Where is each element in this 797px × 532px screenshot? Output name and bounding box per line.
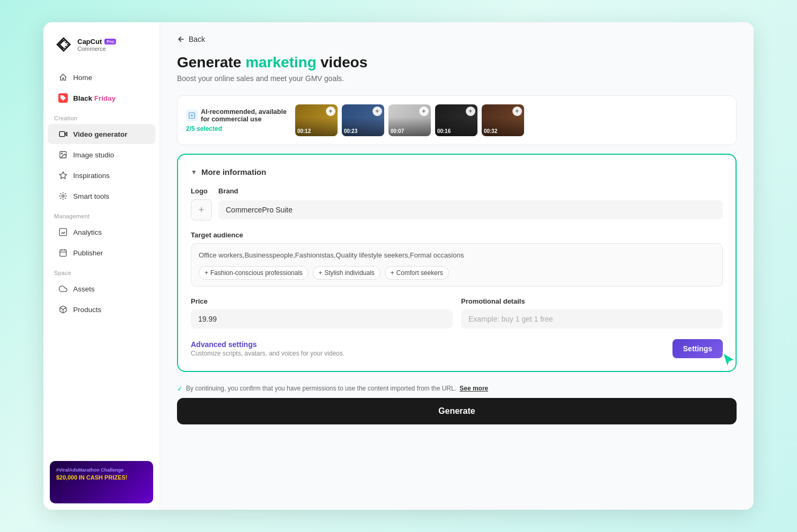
image-studio-icon [58,150,68,159]
sidebar-item-black-friday[interactable]: Black Friday [48,88,155,108]
audience-tag-2[interactable]: + Stylish individuals [313,266,380,280]
sidebar-item-assets[interactable]: Assets [48,279,155,299]
capcut-logo-icon [54,35,73,54]
target-audience-label: Target audience [191,231,723,239]
add-video-1-btn[interactable]: + [326,107,335,116]
promo-col: Promotional details [461,297,723,329]
consent-check-icon: ✓ [177,385,183,393]
settings-button[interactable]: Settings [672,339,723,358]
promo-banner[interactable]: #ViralAdsMarathon Challenge $20,000 IN C… [50,461,153,503]
app-name: CapCut [77,38,102,46]
svg-point-5 [61,153,63,154]
logo-field-label: Logo [191,187,218,195]
sidebar-item-video-generator-label: Video generator [73,130,128,138]
inspirations-icon [58,171,68,180]
audience-tags: + Fashion-conscious professionals + Styl… [199,266,715,280]
brand-input[interactable] [218,200,723,219]
video-thumb-5[interactable]: + 00:32 [482,104,524,136]
banner-prize: $20,000 IN CASH PRIZES! [56,474,147,481]
smart-tools-icon [58,191,68,201]
price-promo-row: Price Promotional details [191,297,723,329]
sidebar-item-products[interactable]: Products [48,299,155,320]
logo-brand-field: Logo Brand + [191,187,723,220]
back-button[interactable]: Back [177,35,737,43]
ai-icon [186,110,198,121]
back-arrow-icon [177,35,185,43]
black-friday-icon [58,93,68,103]
consent-text: By continuing, you confirm that you have… [186,385,456,392]
sidebar-item-home-label: Home [73,74,92,82]
sidebar-item-smart-tools-label: Smart tools [73,192,109,200]
audience-tag-3-label: Comfort seekers [396,269,443,277]
video-duration-5: 00:32 [484,128,498,134]
more-info-label: More information [201,167,267,176]
sidebar-item-image-studio-label: Image studio [73,151,114,159]
logo-brand-row: Logo Brand + [191,187,723,220]
svg-rect-8 [59,228,66,235]
home-icon [58,73,68,82]
promo-label: Promotional details [461,297,723,305]
more-info-toggle[interactable]: ▼ More information [191,167,723,176]
video-thumb-1[interactable]: + 00:12 [295,104,338,136]
pro-badge: Pro [104,39,116,45]
sidebar-item-image-studio[interactable]: Image studio [48,145,155,165]
svg-marker-6 [59,172,66,179]
logo-upload-button[interactable]: + [191,199,212,220]
sidebar-item-analytics-label: Analytics [73,228,102,236]
audience-tag-1-label: Fashion-conscious professionals [210,269,303,277]
svg-rect-2 [59,131,65,136]
price-label: Price [191,297,453,305]
add-video-2-btn[interactable]: + [373,107,382,116]
audience-tag-2-label: Stylish individuals [324,269,375,277]
advanced-settings-row: Advanced settings Customize scripts, ava… [191,339,723,358]
sidebar-item-publisher[interactable]: Publisher [48,243,155,263]
logo-area: CapCut Pro Commerce [43,35,160,67]
sidebar-item-video-generator[interactable]: Video generator [48,124,155,144]
svg-point-7 [62,195,64,197]
advanced-settings-title[interactable]: Advanced settings [191,340,344,349]
video-thumb-2[interactable]: + 00:23 [342,104,384,136]
see-more-link[interactable]: See more [459,385,488,392]
sidebar-item-assets-label: Assets [73,285,95,293]
audience-text: Office workers,Businesspeople,Fashionist… [199,250,715,261]
video-generator-icon [58,129,68,139]
promo-input[interactable] [461,309,723,329]
video-duration-2: 00:23 [344,128,358,134]
sidebar-nav: Home Black Friday Creation Video generat… [43,67,160,455]
generate-button[interactable]: Generate [177,398,737,424]
sidebar-item-inspirations-label: Inspirations [73,172,110,180]
advanced-settings-left: Advanced settings Customize scripts, ava… [191,340,344,357]
svg-rect-9 [60,250,66,256]
video-selector: AI-recommended, available for commercial… [177,95,737,145]
consent-row: ✓ By continuing, you confirm that you ha… [177,385,737,393]
banner-hashtag: #ViralAdsMarathon Challenge [56,467,147,473]
sidebar: CapCut Pro Commerce Home Black Frid [43,22,160,510]
assets-icon [58,284,68,294]
video-selector-label: AI-recommended, available for commercial… [186,108,287,132]
section-management: Management [43,207,160,221]
sidebar-item-analytics[interactable]: Analytics [48,222,155,242]
audience-box: Office workers,Businesspeople,Fashionist… [191,243,723,287]
sidebar-item-smart-tools[interactable]: Smart tools [48,186,155,206]
video-thumb-4[interactable]: + 00:16 [435,104,477,136]
audience-tag-3[interactable]: + Comfort seekers [385,266,449,280]
sidebar-item-publisher-label: Publisher [73,249,103,257]
main-content: Back Generate marketing videos Boost you… [160,22,754,510]
sidebar-item-inspirations[interactable]: Inspirations [48,165,155,185]
target-audience-section: Target audience Office workers,Businessp… [191,231,723,287]
add-video-4-btn[interactable]: + [466,107,475,116]
page-subtitle: Boost your online sales and meet your GM… [177,74,737,83]
bottom-bar: ✓ By continuing, you confirm that you ha… [177,385,737,424]
products-icon [58,305,68,314]
video-duration-4: 00:16 [437,128,451,134]
chevron-down-icon: ▼ [191,169,197,176]
add-video-5-btn[interactable]: + [512,107,522,116]
price-input[interactable] [191,309,453,329]
video-thumb-3[interactable]: + 00:07 [388,104,431,136]
sidebar-item-home[interactable]: Home [48,67,155,87]
video-duration-3: 00:07 [391,128,404,134]
app-sub: Commerce [77,46,116,52]
audience-tag-1[interactable]: + Fashion-conscious professionals [199,266,308,280]
sidebar-item-products-label: Products [73,306,101,314]
add-video-3-btn[interactable]: + [419,107,429,116]
